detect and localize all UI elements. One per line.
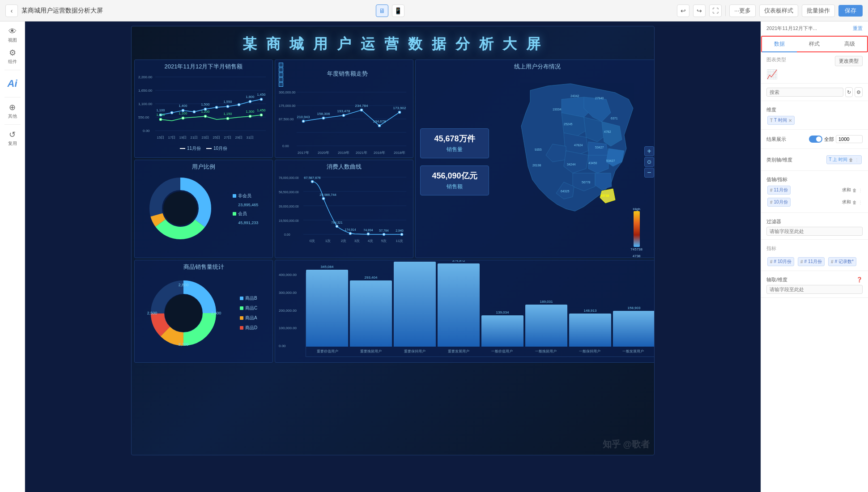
bar-value-1: 345,084	[321, 265, 334, 269]
monitor-view-button[interactable]: 🖥	[376, 4, 388, 17]
sidebar-item-reuse[interactable]: ↺ 复用	[3, 128, 22, 148]
cb4[interactable]	[279, 77, 283, 82]
svg-text:27940: 27940	[595, 97, 604, 100]
svg-text:1,150: 1,150	[224, 112, 232, 116]
svg-text:784,321: 784,321	[331, 221, 342, 224]
svg-point-13	[193, 111, 196, 113]
ind2-more: ⋮	[858, 200, 863, 205]
svg-point-18	[249, 101, 251, 103]
top-bar: ‹ 某商城用户运营数据分析大屏 🖥 📱 ↩ ↪ ⛶ ···更多 仪表板样式 批量…	[0, 0, 868, 21]
svg-text:175,000.00: 175,000.00	[279, 104, 296, 108]
extract-label: 轴取/维度	[766, 276, 787, 283]
sidebar-item-other[interactable]: ⊕ 其他	[3, 101, 22, 121]
eye-icon: 👁	[9, 27, 17, 36]
tab-advanced[interactable]: 高级	[832, 37, 867, 52]
ind1-op: 求和	[842, 187, 851, 193]
svg-text:2,940: 2,940	[396, 229, 404, 232]
svg-text:550.00: 550.00	[138, 115, 149, 119]
consumer-curve-panel[interactable]: 消费人数曲线 78,000,000.00 58,500,000.00 39,00…	[275, 160, 413, 258]
ind1-delete-btn[interactable]: 🗑	[852, 188, 857, 193]
canvas-area[interactable]: 某 商 城 用 户 运 营 数 据 分 析 大 屏 2021年11月12月下半月…	[25, 21, 761, 492]
save-button[interactable]: 保存	[838, 5, 863, 17]
cb3[interactable]	[279, 72, 283, 77]
ind2-label: 10月份	[774, 199, 788, 205]
svg-text:74,894: 74,894	[363, 229, 373, 232]
sidebar-item-view[interactable]: 👁 视图	[3, 25, 22, 45]
search-input[interactable]	[766, 88, 843, 97]
ind2-delete-btn[interactable]: 🗑	[852, 200, 857, 205]
map-zoom-controls: + ⊙ −	[644, 146, 654, 178]
rp-reset-button[interactable]: 重置	[853, 25, 863, 32]
extract-help-icon[interactable]: ❓	[856, 277, 863, 283]
tab-style[interactable]: 样式	[797, 37, 832, 52]
ind-tag-nov: # # 11月份	[798, 257, 825, 266]
goods-stats-panel[interactable]: 商品销售量统计 2,800 2,600	[134, 260, 273, 363]
svg-text:1,550: 1,550	[224, 100, 232, 104]
map-panel[interactable]: 线上用户分布情况 45,678万件 销售量 456,090亿元 销售额	[415, 59, 655, 258]
rp-value-axis-section: 值轴/指标 # 11月份 求和 🗑 ⋮ # 10月份 求	[761, 171, 868, 213]
user-ratio-title: 用户比例	[138, 163, 269, 171]
undo-button[interactable]: ↩	[677, 4, 689, 17]
cb2[interactable]	[279, 68, 283, 72]
sidebar-item-ai[interactable]: Ai	[3, 74, 22, 93]
search-row: ↻ ⚙	[766, 87, 863, 97]
annual-chart-svg: 300,000.00 175,000.00 87,500.00 0.00	[279, 88, 408, 158]
rp-tabs: 数据 样式 高级	[761, 36, 868, 52]
svg-text:24342: 24342	[570, 94, 579, 98]
more-button[interactable]: ···更多	[729, 4, 756, 17]
dashboard-title: 某 商 城 用 户 运 营 数 据 分 析 大 屏	[132, 26, 654, 59]
sidebar-divider2	[4, 97, 21, 98]
svg-text:1,300: 1,300	[246, 110, 255, 114]
chart-icon-row: 📈	[766, 69, 863, 80]
search-refresh-button[interactable]: ↻	[845, 87, 853, 97]
change-type-button[interactable]: 更改类型	[835, 56, 863, 66]
legend-goods-b: 商品B	[240, 295, 257, 301]
result-toggle[interactable]	[809, 136, 822, 143]
cb1[interactable]	[279, 63, 283, 67]
zoom-out-button[interactable]: −	[644, 168, 654, 178]
extract-input[interactable]	[766, 285, 863, 294]
dim-remove-btn[interactable]: ✕	[788, 118, 792, 123]
sidebar-item-component[interactable]: ⚙ 组件	[3, 47, 22, 66]
fullscreen-button[interactable]: ⛶	[709, 4, 722, 17]
consumer-svg: 78,000,000.00 58,500,000.00 39,000,000.0…	[279, 173, 408, 249]
indicator-tags: # # 10月份 # # 11月份 # # 记录数*	[766, 256, 863, 267]
time-dimension-tag[interactable]: T T 时间 ✕	[767, 116, 795, 125]
search-settings-button[interactable]: ⚙	[855, 87, 863, 97]
bar-group-3: 381,413	[394, 260, 436, 347]
bar-group-1: 345,084	[306, 265, 348, 347]
mobile-view-button[interactable]: 📱	[392, 4, 404, 17]
zoom-in-button[interactable]: +	[644, 146, 654, 156]
user-ratio-panel[interactable]: 用户比例	[134, 160, 273, 258]
cb5[interactable]	[279, 82, 283, 87]
redo-button[interactable]: ↪	[693, 4, 706, 17]
svg-point-11	[171, 112, 173, 114]
template-button[interactable]: 仪表板样式	[759, 4, 798, 17]
filter-input[interactable]	[766, 227, 863, 236]
annual-title: 年度销售额走势	[285, 70, 409, 78]
bar-value-8: 158,903	[628, 306, 641, 310]
color-low-value: 4738	[633, 254, 641, 258]
annual-panel[interactable]: 年度销售额走势 300,000.00 175,000.00 87,500.00	[275, 59, 413, 158]
tab-data[interactable]: 数据	[762, 37, 797, 52]
rp-chart-type-section: 图表类型 更改类型 📈	[761, 52, 868, 84]
user-ops-panel[interactable]: 用户运营 400,000.00 300,000.00 200,000.00 10…	[275, 260, 655, 363]
svg-text:29日: 29日	[235, 136, 243, 140]
kpi-sales-count: 45,678万件 销售量	[420, 128, 489, 158]
back-button[interactable]: ‹	[5, 4, 18, 17]
svg-text:2,600: 2,600	[211, 311, 221, 315]
result-count-input[interactable]	[836, 135, 863, 143]
svg-text:20,986,744: 20,986,744	[319, 193, 336, 197]
bar-group-6: 189,031	[525, 300, 567, 347]
axis-dim-tag[interactable]: T 上 时间 🗑 ⋮	[826, 155, 862, 164]
rp-breadcrumb: 2021年11月12月下半...	[766, 25, 817, 32]
batch-button[interactable]: 批量操作	[802, 4, 835, 17]
ind3-text: # 记录数*	[835, 259, 854, 265]
zoom-reset-button[interactable]: ⊙	[644, 157, 654, 167]
axis-dim-delete-btn[interactable]: 🗑	[849, 157, 853, 162]
user-ops-content: 400,000.00 300,000.00 200,000.00 100,000…	[279, 273, 655, 357]
gear-icon: ⚙	[9, 48, 16, 58]
sales-panel[interactable]: 2021年11月12月下半月销售额 2,200.00 1,650.00 1,10…	[134, 59, 273, 158]
bar-value-4: 374,972	[452, 260, 465, 263]
value-axis-label: 值轴/指标	[766, 176, 787, 183]
